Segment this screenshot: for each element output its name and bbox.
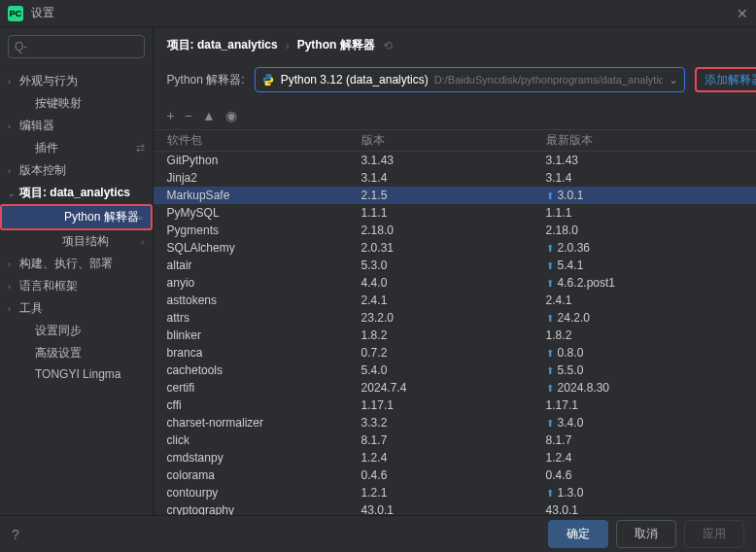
table-header: 软件包 版本 最新版本 bbox=[154, 130, 756, 152]
package-table: 软件包 版本 最新版本 GitPython3.1.433.1.43Jinja23… bbox=[154, 130, 756, 515]
table-row[interactable]: asttokens2.4.12.4.1 bbox=[154, 292, 756, 309]
add-interpreter-button[interactable]: 添加解释器 ⌄ bbox=[695, 67, 756, 92]
table-row[interactable]: certifi2024.7.4⬆2024.8.30 bbox=[154, 379, 756, 397]
reset-icon[interactable]: ⟲ bbox=[383, 39, 393, 52]
header-version: 版本 bbox=[361, 132, 546, 149]
table-row[interactable]: Jinja23.1.43.1.4 bbox=[154, 169, 756, 187]
package-toolbar: + − ▲ ◉ bbox=[154, 102, 756, 130]
interpreter-row: Python 解释器: Python 3.12 (data_analytics)… bbox=[154, 57, 756, 102]
table-row[interactable]: anyio4.4.0⬆4.6.2.post1 bbox=[154, 274, 756, 292]
table-row[interactable]: altair5.3.0⬆5.4.1 bbox=[154, 257, 756, 274]
close-icon[interactable]: ✕ bbox=[737, 6, 748, 21]
table-row[interactable]: GitPython3.1.433.1.43 bbox=[154, 152, 756, 169]
footer: ? 确定 取消 应用 bbox=[0, 515, 756, 552]
upgrade-package-button[interactable]: ▲ bbox=[202, 108, 216, 123]
sidebar-item[interactable]: TONGYI Lingma bbox=[0, 364, 153, 384]
app-logo: PC bbox=[8, 6, 23, 21]
table-row[interactable]: charset-normalizer3.3.2⬆3.4.0 bbox=[154, 414, 756, 431]
sidebar-item[interactable]: 设置同步 bbox=[0, 320, 153, 342]
sidebar-item[interactable]: ›版本控制 bbox=[0, 159, 153, 182]
window-title: 设置 bbox=[31, 5, 54, 21]
table-row[interactable]: cffi1.17.11.17.1 bbox=[154, 397, 756, 414]
interpreter-name: Python 3.12 (data_analytics) bbox=[281, 73, 429, 86]
sidebar-item[interactable]: 按键映射 bbox=[0, 92, 153, 115]
interpreter-label: Python 解释器: bbox=[167, 72, 245, 88]
table-row[interactable]: blinker1.8.21.8.2 bbox=[154, 327, 756, 344]
settings-tree: ›外观与行为按键映射›编辑器插件⇄›版本控制⌄项目: data_analytic… bbox=[0, 66, 153, 515]
breadcrumb-leaf: Python 解释器 bbox=[297, 37, 375, 53]
sidebar-item[interactable]: ›编辑器 bbox=[0, 115, 153, 137]
remove-package-button[interactable]: − bbox=[185, 108, 192, 123]
header-latest: 最新版本 bbox=[546, 132, 756, 149]
interpreter-select[interactable]: Python 3.12 (data_analytics) D:/BaiduSyn… bbox=[255, 67, 685, 92]
table-row[interactable]: cmdstanpy1.2.41.2.4 bbox=[154, 449, 756, 466]
table-row[interactable]: cryptography43.0.143.0.1 bbox=[154, 501, 756, 515]
sidebar-item[interactable]: ›外观与行为 bbox=[0, 70, 153, 92]
titlebar: PC 设置 ✕ bbox=[0, 0, 756, 27]
table-row[interactable]: cachetools5.4.0⬆5.5.0 bbox=[154, 362, 756, 379]
search-input[interactable] bbox=[8, 35, 145, 58]
python-icon bbox=[261, 73, 275, 86]
table-row[interactable]: branca0.7.2⬆0.8.0 bbox=[154, 344, 756, 362]
sidebar-item[interactable]: Python 解释器▫ bbox=[0, 204, 153, 230]
search-field[interactable] bbox=[15, 40, 138, 53]
breadcrumb: 项目: data_analytics › Python 解释器 ⟲ ← → bbox=[154, 27, 756, 57]
help-icon[interactable]: ? bbox=[12, 527, 19, 542]
table-row[interactable]: MarkupSafe2.1.5⬆3.0.1 bbox=[154, 187, 756, 204]
interpreter-path: D:/BaiduSyncdisk/pythonprograms/data_ana… bbox=[434, 74, 663, 86]
sidebar-item[interactable]: ›工具 bbox=[0, 297, 153, 320]
breadcrumb-root: 项目: data_analytics bbox=[167, 37, 278, 53]
table-row[interactable]: Pygments2.18.02.18.0 bbox=[154, 222, 756, 239]
show-early-button[interactable]: ◉ bbox=[225, 108, 237, 123]
table-row[interactable]: attrs23.2.0⬆24.2.0 bbox=[154, 309, 756, 327]
sidebar-item[interactable]: ⌄项目: data_analytics bbox=[0, 182, 153, 204]
sidebar: ›外观与行为按键映射›编辑器插件⇄›版本控制⌄项目: data_analytic… bbox=[0, 27, 154, 515]
sidebar-item[interactable]: 高级设置 bbox=[0, 342, 153, 364]
content: 项目: data_analytics › Python 解释器 ⟲ ← → Py… bbox=[154, 27, 756, 515]
sidebar-item[interactable]: 项目结构▫ bbox=[0, 230, 153, 253]
sidebar-item[interactable]: ›构建、执行、部署 bbox=[0, 253, 153, 275]
table-row[interactable]: click8.1.78.1.7 bbox=[154, 431, 756, 449]
apply-button[interactable]: 应用 bbox=[684, 520, 744, 548]
sidebar-item[interactable]: 插件⇄ bbox=[0, 137, 153, 159]
cancel-button[interactable]: 取消 bbox=[616, 520, 676, 548]
table-row[interactable]: PyMySQL1.1.11.1.1 bbox=[154, 204, 756, 222]
chevron-down-icon: ⌄ bbox=[669, 73, 678, 86]
ok-button[interactable]: 确定 bbox=[548, 520, 608, 548]
table-row[interactable]: colorama0.4.60.4.6 bbox=[154, 466, 756, 484]
sidebar-item[interactable]: ›语言和框架 bbox=[0, 275, 153, 297]
breadcrumb-sep: › bbox=[286, 39, 290, 52]
table-row[interactable]: SQLAlchemy2.0.31⬆2.0.36 bbox=[154, 239, 756, 257]
table-row[interactable]: contourpy1.2.1⬆1.3.0 bbox=[154, 484, 756, 501]
header-name: 软件包 bbox=[167, 132, 361, 149]
add-package-button[interactable]: + bbox=[167, 108, 175, 123]
